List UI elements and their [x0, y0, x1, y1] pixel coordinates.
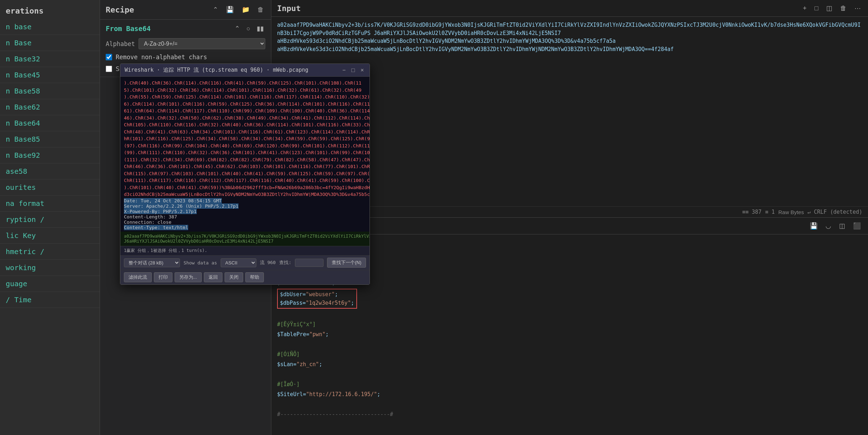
- find-label: 查找:: [279, 259, 291, 266]
- recipe-folder-icon[interactable]: 📁: [240, 5, 251, 14]
- input-add-icon[interactable]: +: [802, 4, 808, 13]
- wireshark-content: ).ChR(40).ChR(36).ChR(114).ChR(116).ChR(…: [120, 77, 370, 284]
- code-line-5: 61).ChR(64).ChR(114).ChR(117).ChR(110).C…: [124, 107, 366, 115]
- sidebar-item-3[interactable]: n Base45: [0, 67, 100, 83]
- recipe-panel: Recipe ⌃ 💾 📁 🗑 From Base64 ⌃ ○ ▮▮ Alphab…: [100, 0, 271, 435]
- code-line-3: ).ChR(55).ChR(59).ChR(125).ChR(114).ChR(…: [124, 93, 366, 101]
- help-btn[interactable]: 帮助: [245, 272, 264, 282]
- wireshark-code-area[interactable]: ).ChR(40).ChR(36).ChR(114).ChR(116).ChR(…: [120, 77, 370, 197]
- input-window-icon[interactable]: □: [813, 4, 820, 13]
- sidebar-item-10[interactable]: ourites: [0, 179, 100, 196]
- sidebar-item-17[interactable]: / Time: [0, 292, 100, 308]
- input-header: Input + □ ◫ 🗑 ⋯: [271, 0, 868, 17]
- from-base64-header: From Base64 ⌃ ○ ▮▮: [106, 24, 265, 33]
- alphabet-row: Alphabet A-Za-z0-9+/=: [106, 38, 265, 49]
- output-line-tablepre: $TablePre="pwn";: [277, 330, 862, 339]
- sidebar-item-0[interactable]: n base: [0, 19, 100, 35]
- http-header-length: Content-Length: 387: [124, 214, 366, 219]
- code-line-13: ChR(46).ChR(36).ChR(101).ChR(45).ChR(62)…: [124, 163, 366, 170]
- wireshark-close-btn[interactable]: ×: [359, 67, 365, 74]
- code-line-6: 46).ChR(34).ChR(32).ChR(50).ChR(62).ChR(…: [124, 115, 366, 122]
- output-fullscreen-icon[interactable]: ⬛: [852, 221, 862, 231]
- output-save-icon[interactable]: 💾: [808, 221, 819, 231]
- output-line-comment-2: #[ËýŸ±iÇ°x°]: [277, 320, 862, 329]
- input-trash-icon[interactable]: 🗑: [839, 4, 848, 13]
- from-base64-label: From Base64: [106, 25, 151, 32]
- code-line-15: ChR(111).ChR(117).ChR(116).ChR(112).ChR(…: [124, 177, 366, 184]
- wireshark-statusbar: 1赢家 分组，1被选择 分组，1 turn(s).: [120, 246, 370, 255]
- wireshark-toolbar: 整个对话 (28 kB) Show data as ASCII 流 960 查找…: [120, 255, 370, 270]
- from-base64-pause-icon[interactable]: ▮▮: [255, 24, 265, 33]
- recipe-title: Recipe: [106, 5, 134, 14]
- sidebar-item-15[interactable]: working: [0, 260, 100, 276]
- code-line-8: ChR(48).ChR(41).ChR(63).ChR(34).ChR(101)…: [124, 128, 366, 136]
- recipe-icons: ⌃ 💾 📁 🗑: [211, 5, 265, 14]
- http-header-area: Date: Tue, 24 Oct 2023 08:54:15 GMT Serv…: [120, 197, 370, 232]
- sidebar-title: erations: [0, 0, 100, 19]
- save-btn[interactable]: 另存为...: [175, 272, 202, 282]
- output-line-comment-4: #[ÏøÓ·]: [277, 380, 862, 389]
- sidebar-item-1[interactable]: n Base: [0, 35, 100, 51]
- sidebar-item-14[interactable]: hmetric /: [0, 244, 100, 260]
- from-base64-expand-icon[interactable]: ⌃: [233, 24, 241, 33]
- http-header-powered: X-Powered-By: PHP/5.2.17p1: [124, 209, 366, 214]
- code-line-7: ChR(105).ChR(110).ChR(116).ChR(32).ChR(4…: [124, 121, 366, 128]
- code-line-14: ChR(115).ChR(97).ChR(103).ChR(101).ChR(4…: [124, 170, 366, 177]
- alphabet-select[interactable]: A-Za-z0-9+/=: [139, 38, 265, 49]
- http-header-date: Date: Tue, 24 Oct 2023 08:54:15 GMT: [124, 198, 366, 203]
- show-as-select[interactable]: ASCII: [221, 258, 256, 267]
- crlf-info: ↵ CRLF (detected): [807, 209, 862, 215]
- sidebar-item-2[interactable]: n Base32: [0, 51, 100, 67]
- http-header-connection: Connection: close: [124, 219, 366, 225]
- sidebar-item-12[interactable]: ryption /: [0, 212, 100, 228]
- print-btn[interactable]: 打印: [154, 272, 172, 282]
- raw-bytes-btn[interactable]: Raw Bytes: [778, 209, 804, 215]
- input-icons: + □ ◫ 🗑 ⋯: [802, 4, 862, 13]
- output-line-empty-2: [277, 310, 862, 319]
- sidebar-item-7[interactable]: n Base85: [0, 131, 100, 147]
- wireshark-maximize-btn[interactable]: □: [350, 67, 356, 74]
- sidebar-item-6[interactable]: n Base64: [0, 115, 100, 131]
- code-line-1: ).ChR(40).ChR(36).ChR(114).ChR(116).ChR(…: [124, 80, 366, 87]
- stream-select[interactable]: 整个对话 (28 kB): [124, 258, 180, 267]
- input-split-icon[interactable]: ◫: [825, 4, 834, 13]
- statusbar-text: 1赢家 分组，1被选择 分组，1 turn(s).: [124, 248, 207, 253]
- code-line-2: 5).ChR(101).ChR(32).ChR(36).ChR(114).ChR…: [124, 87, 366, 94]
- sidebar-item-9[interactable]: ase58: [0, 163, 100, 179]
- output-expand-icon[interactable]: ◫: [838, 221, 847, 231]
- from-base64-disable-icon[interactable]: ○: [245, 24, 252, 33]
- code-line-4: 6).ChR(114).ChR(101).ChR(116).ChR(59).Ch…: [124, 101, 366, 108]
- sidebar-item-5[interactable]: n Base62: [0, 99, 100, 115]
- recipe-trash-icon[interactable]: 🗑: [256, 5, 265, 14]
- code-line-11: (99).ChR(111).ChR(110).ChR(32).ChR(36).C…: [124, 149, 366, 156]
- wireshark-title: Wireshark · 追踪 HTTP 流 (tcp.stream eq 960…: [125, 67, 308, 74]
- output-line-empty-5: [277, 400, 862, 409]
- find-next-btn[interactable]: 查找下一个(N): [327, 258, 366, 268]
- sidebar-item-11[interactable]: na format: [0, 196, 100, 212]
- output-line-siteurl: $SiteUrl="http://172.16.6.195/";: [277, 390, 862, 399]
- filter-btn[interactable]: 滤掉此流: [124, 272, 152, 282]
- output-line-slan: $sLan="zh_cn";: [277, 360, 862, 369]
- http-header-server: Server: Apache/2.2.26 (Unix) PHP/5.2.17p…: [124, 203, 366, 209]
- sidebar-item-13[interactable]: lic Key: [0, 228, 100, 244]
- wireshark-minimize-btn[interactable]: −: [341, 67, 347, 74]
- find-input[interactable]: [295, 259, 323, 267]
- alphabet-label: Alphabet: [106, 40, 135, 47]
- input-more-icon[interactable]: ⋯: [853, 4, 862, 13]
- action-buttons-row: 滤掉此流 打印 另存为... 返回 关闭 帮助: [120, 270, 370, 284]
- remove-non-alpha-checkbox[interactable]: [106, 54, 112, 60]
- output-line-empty-3: [277, 340, 862, 349]
- sidebar-item-16[interactable]: guage: [0, 276, 100, 292]
- code-line-10: (97).ChR(116).ChR(99).ChR(104).ChR(40).C…: [124, 142, 366, 150]
- sidebar-item-4[interactable]: n Base58: [0, 83, 100, 99]
- sidebar-item-8[interactable]: n Base92: [0, 147, 100, 163]
- output-copy-icon[interactable]: ◡: [824, 221, 833, 231]
- recipe-up-icon[interactable]: ⌃: [211, 5, 220, 14]
- input-char-count: ≡≡ 387: [742, 209, 761, 215]
- strict-mode-checkbox[interactable]: [106, 66, 112, 72]
- back-btn[interactable]: 返回: [204, 272, 222, 282]
- http-header-content-type: Content-Type: text/html: [124, 225, 366, 230]
- close-btn[interactable]: 关闭: [225, 272, 243, 282]
- output-line-dbcreds: $dbUser="webuser"; $dbPass="1q2w3e4r5t6y…: [277, 289, 862, 309]
- recipe-save-icon[interactable]: 💾: [225, 5, 235, 14]
